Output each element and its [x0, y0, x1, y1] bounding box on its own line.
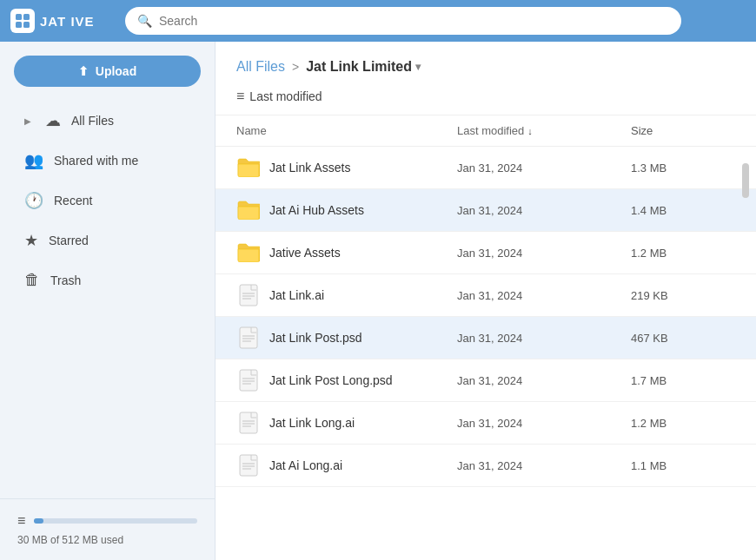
file-icon: [236, 411, 261, 435]
header-name: Name: [236, 124, 457, 137]
file-name: Jat Ai Hub Assets: [269, 203, 364, 217]
table-row[interactable]: Jat Link.ai Jan 31, 2024 219 KB: [216, 274, 756, 317]
nav-label-all-files: All Files: [71, 114, 114, 128]
sidebar: ⬆ Upload ▶ ☁ All Files 👥 Shared with me …: [0, 42, 216, 560]
sidebar-item-trash[interactable]: 🗑 Trash: [7, 260, 208, 300]
sidebar-item-starred[interactable]: ★ Starred: [7, 221, 208, 260]
file-modified-date: Jan 31, 2024: [457, 161, 631, 175]
table-row[interactable]: Jat Ai Long.ai Jan 31, 2024 1.1 MB: [216, 445, 756, 487]
table-header: Name Last modified ↓ Size: [216, 115, 756, 147]
content-header: All Files > Jat Link Limited ▾ ≡ Last mo…: [216, 42, 756, 115]
file-modified-date: Jan 31, 2024: [457, 204, 631, 217]
file-icon: [236, 326, 261, 350]
users-icon: 👥: [24, 151, 43, 170]
upload-label: Upload: [96, 64, 136, 78]
file-size: 1.1 MB: [631, 459, 735, 472]
table-row[interactable]: Jat Link Assets Jan 31, 2024 1.3 MB: [216, 147, 756, 189]
breadcrumb-current: Jat Link Limited ▾: [306, 59, 421, 75]
breadcrumb-current-label: Jat Link Limited: [306, 59, 412, 75]
upload-icon: ⬆: [78, 64, 89, 78]
storage-section: ≡ 30 MB of 512 MB used: [0, 498, 215, 560]
file-name-cell: Jative Assets: [236, 240, 457, 265]
folder-icon: [236, 198, 261, 222]
nav-label-trash: Trash: [50, 273, 81, 287]
breadcrumb-separator: >: [292, 60, 299, 74]
sort-icon: ≡: [236, 89, 244, 104]
scroll-indicator[interactable]: [742, 163, 749, 198]
svg-rect-0: [16, 14, 22, 20]
cloud-icon: ☁: [45, 111, 61, 130]
trash-icon: 🗑: [24, 271, 40, 289]
file-icon: [236, 453, 261, 478]
table-row[interactable]: Jative Assets Jan 31, 2024 1.2 MB: [216, 232, 756, 274]
svg-rect-2: [16, 22, 22, 28]
file-modified-date: Jan 31, 2024: [457, 289, 631, 302]
search-icon: 🔍: [137, 14, 152, 28]
storage-text: 30 MB of 512 MB used: [17, 534, 197, 546]
file-name-cell: Jat Link.ai: [236, 283, 457, 307]
sidebar-item-shared-with-me[interactable]: 👥 Shared with me: [7, 141, 208, 181]
storage-icon: ≡: [17, 513, 25, 529]
folder-icon: [236, 155, 261, 180]
storage-bar-container: [34, 518, 197, 524]
file-modified-date: Jan 31, 2024: [457, 374, 631, 387]
file-modified-date: Jan 31, 2024: [457, 332, 631, 345]
file-name-cell: Jat Link Long.ai: [236, 411, 457, 435]
svg-rect-8: [240, 327, 257, 348]
breadcrumb-root[interactable]: All Files: [236, 59, 285, 75]
svg-rect-16: [240, 412, 257, 433]
file-icon: [236, 283, 261, 307]
star-icon: ★: [24, 231, 38, 250]
sidebar-item-recent[interactable]: 🕐 Recent: [7, 181, 208, 221]
file-size: 1.7 MB: [631, 374, 735, 387]
file-size: 1.2 MB: [631, 247, 735, 260]
table-row[interactable]: Jat Link Long.ai Jan 31, 2024 1.2 MB: [216, 402, 756, 445]
nav-label-starred: Starred: [49, 234, 89, 247]
table-row[interactable]: Jat Ai Hub Assets Jan 31, 2024 1.4 MB: [216, 189, 756, 232]
table-row[interactable]: Jat Link Post Long.psd Jan 31, 2024 1.7 …: [216, 359, 756, 402]
svg-rect-1: [23, 14, 30, 20]
file-name: Jat Link Post.psd: [269, 331, 362, 345]
expand-arrow-icon: ▶: [24, 116, 31, 126]
file-rows-container: Jat Link Assets Jan 31, 2024 1.3 MB Jat …: [216, 147, 756, 487]
file-size: 219 KB: [631, 289, 735, 302]
file-size: 1.3 MB: [631, 161, 735, 175]
file-name-cell: Jat Link Assets: [236, 155, 457, 180]
nav-label-recent: Recent: [54, 194, 92, 208]
search-input[interactable]: [159, 14, 669, 28]
file-name: Jat Link Post Long.psd: [269, 373, 393, 387]
file-size: 1.2 MB: [631, 417, 735, 430]
sort-arrow-icon: ↓: [527, 126, 533, 136]
svg-rect-20: [240, 455, 257, 476]
file-name-cell: Jat Ai Long.ai: [236, 453, 457, 478]
table-row[interactable]: Jat Link Post.psd Jan 31, 2024 467 KB: [216, 317, 756, 359]
file-icon: [236, 368, 261, 392]
file-name: Jat Link Assets: [269, 161, 350, 175]
svg-rect-3: [23, 22, 30, 28]
file-modified-date: Jan 31, 2024: [457, 459, 631, 472]
file-name: Jat Ai Long.ai: [269, 458, 342, 472]
content-area: All Files > Jat Link Limited ▾ ≡ Last mo…: [216, 42, 756, 560]
breadcrumb-dropdown-icon[interactable]: ▾: [415, 61, 421, 73]
file-size: 467 KB: [631, 332, 735, 345]
folder-icon: [236, 240, 261, 265]
file-modified-date: Jan 31, 2024: [457, 417, 631, 430]
main-layout: ⬆ Upload ▶ ☁ All Files 👥 Shared with me …: [0, 42, 756, 560]
file-name-cell: Jat Link Post.psd: [236, 326, 457, 350]
header-size: Size: [631, 124, 735, 137]
search-bar[interactable]: 🔍: [125, 7, 681, 35]
sidebar-item-all-files[interactable]: ▶ ☁ All Files: [7, 101, 208, 141]
topbar: JAT IVE 🔍: [0, 0, 756, 42]
file-name-cell: Jat Ai Hub Assets: [236, 198, 457, 222]
file-modified-date: Jan 31, 2024: [457, 247, 631, 260]
file-name: Jat Link Long.ai: [269, 416, 355, 430]
file-name-cell: Jat Link Post Long.psd: [236, 368, 457, 392]
nav-label-shared: Shared with me: [54, 154, 138, 168]
svg-rect-4: [240, 285, 257, 306]
sort-row: ≡ Last modified: [236, 85, 735, 108]
sort-label: Last modified: [249, 89, 322, 103]
breadcrumb: All Files > Jat Link Limited ▾: [236, 59, 735, 75]
header-last-modified[interactable]: Last modified ↓: [457, 124, 631, 137]
upload-button[interactable]: ⬆ Upload: [14, 56, 201, 87]
svg-rect-12: [240, 370, 257, 391]
